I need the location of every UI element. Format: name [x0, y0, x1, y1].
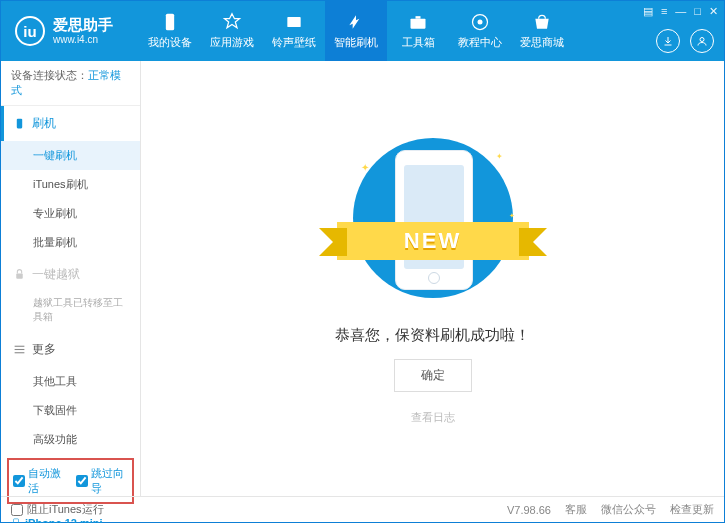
svg-point-5: [478, 20, 483, 25]
ribbon-new: NEW: [337, 222, 529, 260]
svg-rect-3: [416, 16, 421, 19]
svg-rect-10: [15, 349, 25, 350]
nav-toolbox[interactable]: 工具箱: [387, 1, 449, 61]
svg-rect-9: [15, 346, 25, 347]
kefu-link[interactable]: 客服: [565, 502, 587, 517]
maximize-icon[interactable]: □: [694, 5, 701, 18]
svg-rect-7: [17, 119, 22, 129]
lock-icon[interactable]: ≡: [661, 5, 667, 18]
close-icon[interactable]: ✕: [709, 5, 718, 18]
view-log-link[interactable]: 查看日志: [411, 410, 455, 425]
check-update-link[interactable]: 检查更新: [670, 502, 714, 517]
cat-jailbreak: 一键越狱: [1, 257, 140, 292]
block-itunes-check[interactable]: 阻止iTunes运行: [11, 502, 104, 517]
header: iu 爱思助手 www.i4.cn 我的设备 应用游戏 铃声壁纸 智能刷机 工具…: [1, 1, 724, 61]
check-auto-activate[interactable]: 自动激活: [13, 466, 66, 496]
success-message: 恭喜您，保资料刷机成功啦！: [335, 326, 530, 345]
sidebar: 设备连接状态：正常模式 刷机 一键刷机 iTunes刷机 专业刷机 批量刷机 一…: [1, 61, 141, 496]
svg-rect-1: [287, 17, 300, 27]
svg-point-6: [700, 38, 704, 42]
nav-apps[interactable]: 应用游戏: [201, 1, 263, 61]
nav-store[interactable]: 爱思商城: [511, 1, 573, 61]
nav-device[interactable]: 我的设备: [139, 1, 201, 61]
user-icon[interactable]: [690, 29, 714, 53]
nav-ringtone[interactable]: 铃声壁纸: [263, 1, 325, 61]
main-nav: 我的设备 应用游戏 铃声壁纸 智能刷机 工具箱 教程中心 爱思商城: [139, 1, 573, 61]
svg-rect-11: [15, 352, 25, 353]
sub-download-fw[interactable]: 下载固件: [1, 396, 140, 425]
footer: 阻止iTunes运行 V7.98.66 客服 微信公众号 检查更新: [1, 496, 724, 522]
sub-itunes-flash[interactable]: iTunes刷机: [1, 170, 140, 199]
version: V7.98.66: [507, 504, 551, 516]
jailbreak-note: 越狱工具已转移至工具箱: [1, 292, 140, 332]
nav-tutorial[interactable]: 教程中心: [449, 1, 511, 61]
logo: iu 爱思助手 www.i4.cn: [1, 16, 127, 46]
svg-rect-0: [166, 14, 174, 31]
app-name: 爱思助手: [53, 17, 113, 34]
svg-rect-8: [16, 273, 23, 278]
minimize-icon[interactable]: —: [675, 5, 686, 18]
connection-status: 设备连接状态：正常模式: [1, 61, 140, 106]
wechat-link[interactable]: 微信公众号: [601, 502, 656, 517]
menu-icon[interactable]: ▤: [643, 5, 653, 18]
nav-flash[interactable]: 智能刷机: [325, 1, 387, 61]
header-actions: [656, 29, 714, 53]
cat-more[interactable]: 更多: [1, 332, 140, 367]
check-skip-guide[interactable]: 跳过向导: [76, 466, 129, 496]
ok-button[interactable]: 确定: [394, 359, 472, 392]
main-content: ✦ ✦ ✦ ✦ NEW 恭喜您，保资料刷机成功啦！ 确定 查看日志: [141, 61, 724, 496]
sub-other-tools[interactable]: 其他工具: [1, 367, 140, 396]
sub-pro-flash[interactable]: 专业刷机: [1, 199, 140, 228]
svg-rect-2: [411, 19, 426, 29]
sub-batch-flash[interactable]: 批量刷机: [1, 228, 140, 257]
window-controls: ▤ ≡ — □ ✕: [643, 5, 718, 18]
sub-advanced[interactable]: 高级功能: [1, 425, 140, 454]
app-url: www.i4.cn: [53, 34, 113, 45]
success-illustration: ✦ ✦ ✦ ✦ NEW: [343, 132, 523, 312]
logo-icon: iu: [15, 16, 45, 46]
cat-flash[interactable]: 刷机: [1, 106, 140, 141]
download-icon[interactable]: [656, 29, 680, 53]
sub-oneclick-flash[interactable]: 一键刷机: [1, 141, 140, 170]
